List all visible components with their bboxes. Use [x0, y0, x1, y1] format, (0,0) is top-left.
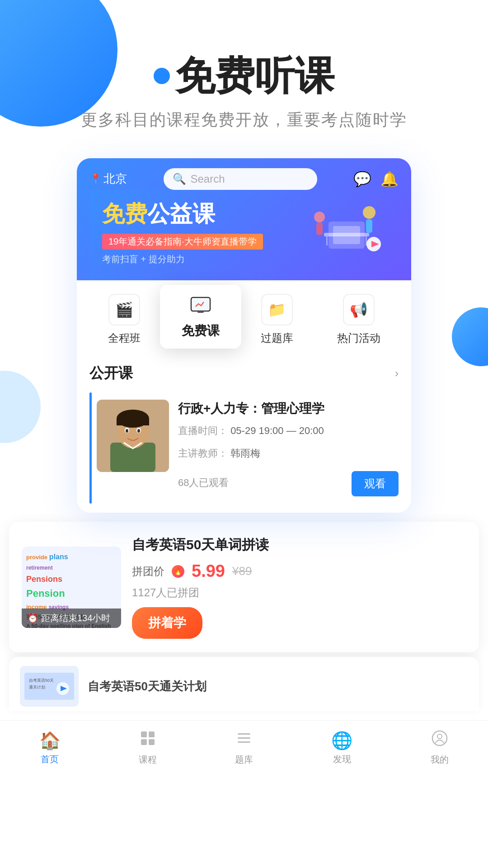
bottom-nav-profile[interactable]: 我的: [431, 730, 449, 766]
search-placeholder: Search: [191, 173, 225, 185]
hero-title-row: 免费听课: [0, 54, 488, 98]
partial-card: 自考英语50天 通关计划 自考英语50天通关计划: [9, 657, 479, 711]
svg-point-2: [363, 206, 375, 219]
questions-nav-label: 题库: [235, 754, 253, 766]
svg-rect-34: [238, 737, 250, 739]
price-icon: 🔥: [172, 565, 184, 578]
search-bar[interactable]: 🔍 Search: [164, 168, 317, 190]
group-count: 1127人已拼团: [132, 585, 466, 600]
svg-point-37: [437, 734, 442, 739]
price-old: ¥89: [232, 564, 252, 578]
nav-item-questions[interactable]: 📁 过题库: [261, 294, 293, 345]
bottom-nav: 🏠 首页 课程 题库 🌐 发现: [0, 720, 488, 779]
svg-point-22: [137, 429, 140, 433]
home-label: 首页: [41, 753, 59, 765]
hero-title-text: 免费听课: [175, 54, 334, 98]
course-views: 68人已观看: [178, 476, 229, 490]
bottom-nav-home[interactable]: 🏠 首页: [39, 731, 61, 765]
hero-dot: [154, 68, 170, 84]
svg-point-21: [126, 429, 128, 433]
bg-decor-circle-right: [452, 307, 488, 366]
product-section: provide plans retirement Pensions Pensio…: [9, 522, 479, 652]
banner: 免费公益课 19年通关必备指南·大牛师资直播带学 考前扫盲 + 提分助力: [89, 190, 399, 280]
product-title: 自考英语50天单词拼读: [132, 535, 466, 554]
bg-decor-circle-left: [0, 371, 41, 443]
freecourse-popup: 免费课: [160, 285, 241, 349]
section-header: 公开课 ›: [89, 363, 399, 383]
svg-rect-33: [238, 733, 250, 735]
teacher-photo: [97, 400, 169, 472]
discover-label: 发现: [333, 753, 351, 765]
product-countdown: ⏰ 距离结束134小时: [22, 609, 121, 628]
price-row: 拼团价 🔥 5.99 ¥89: [132, 561, 466, 581]
price-new: 5.99: [192, 561, 225, 581]
product-info: 自考英语50天单词拼读 拼团价 🔥 5.99 ¥89 1127人已拼团 拼着学: [132, 535, 466, 639]
countdown-text: 距离结束134小时: [41, 612, 110, 624]
profile-label: 我的: [431, 754, 449, 766]
bottom-nav-discover[interactable]: 🌐 发现: [331, 731, 352, 765]
svg-point-4: [314, 212, 325, 222]
location-button[interactable]: 📍 北京: [89, 171, 127, 187]
search-icon: 🔍: [173, 173, 186, 185]
course-card-wrapper: 行政+人力专：管理心理学 直播时间： 05-29 19:00 — 20:00 主…: [89, 392, 399, 504]
course-info: 行政+人力专：管理心理学 直播时间： 05-29 19:00 — 20:00 主…: [178, 400, 399, 496]
app-card-wrapper: 📍 北京 🔍 Search 💬 🔔 免费公益课 19年通关必备指南·大牛师资直播…: [77, 158, 411, 513]
partial-card-title: 自考英语50天通关计划: [88, 679, 206, 694]
bottom-nav-courses[interactable]: 课程: [139, 730, 157, 766]
courses-icon: [139, 730, 156, 751]
banner-tag: 19年通关必备指南·大牛师资直播带学: [102, 234, 263, 250]
svg-text:自考英语50天: 自考英语50天: [29, 678, 54, 683]
home-icon: 🏠: [39, 731, 61, 750]
discover-icon: 🌐: [331, 731, 352, 750]
clock-icon: ⏰: [27, 613, 38, 623]
app-header-top: 📍 北京 🔍 Search 💬 🔔: [89, 168, 399, 190]
nav-item-fullcourse[interactable]: 🎬 全程班: [108, 294, 141, 345]
popup-icon: [174, 296, 227, 318]
course-card[interactable]: 行政+人力专：管理心理学 直播时间： 05-29 19:00 — 20:00 主…: [89, 392, 399, 504]
activities-label: 热门活动: [337, 331, 380, 345]
group-buy-button[interactable]: 拼着学: [132, 607, 202, 639]
time-value: 05-29 19:00 — 20:00: [230, 425, 324, 436]
app-header: 📍 北京 🔍 Search 💬 🔔 免费公益课 19年通关必备指南·大牛师资直播…: [77, 158, 411, 280]
questions-label: 过题库: [261, 331, 293, 345]
banner-title-yellow: 免费: [102, 201, 147, 226]
svg-text:通关计划: 通关计划: [29, 685, 45, 689]
fullcourse-icon: 🎬: [108, 294, 140, 326]
time-label: 直播时间：: [178, 425, 228, 436]
nav-item-activities[interactable]: 📢 热门活动: [337, 294, 380, 345]
courses-label: 课程: [139, 754, 157, 766]
fullcourse-label: 全程班: [108, 331, 141, 345]
banner-title-white: 公益课: [147, 201, 215, 226]
nav-icons-row: 🎬 全程班 免费课 🖥️ 免费: [77, 280, 411, 354]
svg-rect-6: [324, 233, 369, 236]
teacher-label: 主讲教师：: [178, 448, 228, 459]
app-card: 📍 北京 🔍 Search 💬 🔔 免费公益课 19年通关必备指南·大牛师资直播…: [77, 158, 411, 513]
blue-indicator: [89, 392, 92, 504]
course-time: 直播时间： 05-29 19:00 — 20:00: [178, 422, 399, 440]
svg-rect-29: [141, 731, 147, 737]
watch-button[interactable]: 观看: [352, 471, 399, 496]
location-text: 北京: [103, 171, 127, 187]
questions-icon: 📁: [261, 294, 293, 326]
section-title: 公开课: [89, 363, 133, 383]
popup-label: 免费课: [174, 322, 227, 340]
svg-rect-18: [117, 419, 149, 425]
svg-rect-13: [197, 311, 204, 313]
message-icon[interactable]: 💬: [353, 170, 371, 188]
course-title: 行政+人力专：管理心理学: [178, 400, 399, 417]
svg-rect-7: [326, 236, 328, 245]
section-more[interactable]: ›: [395, 367, 399, 380]
banner-illustration: [301, 194, 392, 269]
svg-rect-31: [141, 739, 147, 745]
svg-rect-3: [366, 219, 372, 233]
profile-icon: [431, 730, 448, 751]
header-icons: 💬 🔔: [353, 170, 399, 188]
bell-icon[interactable]: 🔔: [380, 170, 399, 188]
price-label: 拼团价: [132, 564, 164, 579]
svg-rect-12: [193, 299, 208, 309]
activities-icon: 📢: [343, 294, 375, 326]
hero-section: 免费听课 更多科目的课程免费开放，重要考点随时学: [0, 0, 488, 131]
bottom-nav-questions[interactable]: 题库: [235, 730, 253, 766]
nav-item-freecourse[interactable]: 免费课 🖥️ 免费课: [184, 294, 217, 345]
hero-subtitle: 更多科目的课程免费开放，重要考点随时学: [0, 109, 488, 131]
